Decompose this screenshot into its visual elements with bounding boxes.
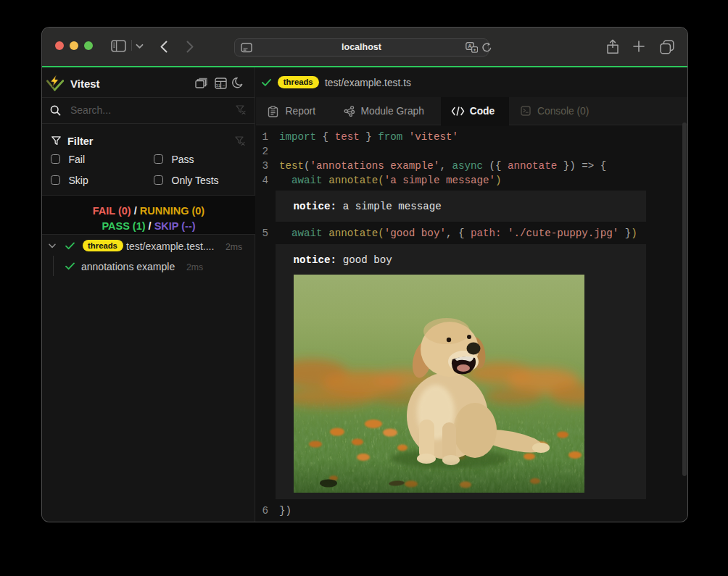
- svg-text:✦: ✦: [473, 48, 476, 52]
- svg-text:~: ~: [222, 83, 225, 87]
- svg-text:31: 31: [215, 83, 220, 87]
